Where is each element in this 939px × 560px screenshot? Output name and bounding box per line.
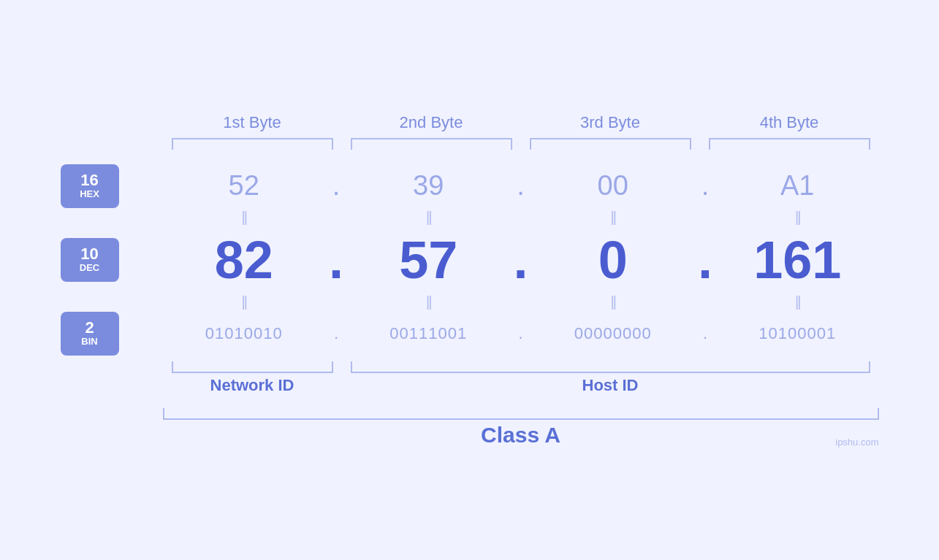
hex-byte-4: A1: [716, 167, 879, 204]
dec-dot-1: .: [325, 230, 347, 290]
bin-byte-2: 00111001: [347, 321, 510, 346]
class-bracket-row: [61, 408, 879, 420]
bin-byte-3: 00000000: [532, 321, 695, 346]
dec-byte-1: 82: [163, 227, 326, 293]
equals-2: ||: [347, 210, 510, 224]
bin-base-num: 2: [85, 319, 94, 337]
dec-badge: 10 DEC: [61, 238, 119, 282]
host-bracket-wrapper: [342, 361, 879, 373]
equals-8: ||: [716, 294, 879, 309]
network-id-label: Network ID: [163, 376, 342, 395]
dec-base-name: DEC: [80, 263, 99, 273]
hex-base-name: HEX: [80, 189, 99, 199]
watermark: ipshu.com: [835, 437, 878, 448]
bracket-byte-1: [172, 138, 333, 150]
byte-header-4: 4th Byte: [700, 113, 879, 138]
byte-header-2: 2nd Byte: [342, 113, 521, 138]
id-label-row: Network ID Host ID: [61, 376, 879, 395]
dec-dot-2: .: [510, 230, 532, 290]
hex-row: 16 HEX 52 . 39 . 00 . A1: [61, 164, 879, 208]
byte-header-3: 3rd Byte: [521, 113, 700, 138]
dec-row: 10 DEC 82 . 57 . 0 . 161: [61, 227, 879, 293]
bin-row: 2 BIN 01010010 . 00111001 . 00000000 . 1…: [61, 312, 879, 356]
host-id-label: Host ID: [342, 376, 879, 395]
equals-row-1: || || || ||: [61, 210, 879, 224]
class-bracket: [163, 408, 879, 420]
equals-row-2: || || || ||: [61, 294, 879, 309]
hex-byte-2: 39: [347, 167, 510, 204]
hex-byte-3: 00: [532, 167, 695, 204]
equals-6: ||: [347, 294, 510, 309]
byte-headers-row: 1st Byte 2nd Byte 3rd Byte 4th Byte: [61, 113, 879, 138]
bottom-bracket-row: [61, 361, 879, 373]
dec-byte-2: 57: [347, 227, 510, 293]
bin-base-name: BIN: [81, 337, 97, 347]
top-bracket-row: [61, 138, 879, 150]
hex-dot-3: .: [694, 170, 716, 202]
host-bracket: [351, 361, 870, 373]
dec-base-num: 10: [80, 245, 98, 263]
hex-dot-2: .: [510, 170, 532, 202]
dec-byte-3: 0: [532, 227, 695, 293]
equals-7: ||: [532, 294, 695, 309]
bin-dot-3: .: [694, 324, 716, 343]
dec-byte-4: 161: [716, 227, 879, 293]
equals-4: ||: [716, 210, 879, 224]
hex-base-num: 16: [80, 172, 98, 189]
equals-1: ||: [163, 210, 326, 224]
hex-byte-1: 52: [163, 167, 326, 204]
hex-dot-1: .: [325, 170, 347, 202]
main-container: 1st Byte 2nd Byte 3rd Byte 4th Byte 16 H…: [31, 99, 908, 462]
bin-byte-4: 10100001: [716, 321, 879, 346]
bin-byte-1: 01010010: [163, 321, 326, 346]
bracket-byte-3: [530, 138, 691, 150]
network-bracket: [172, 361, 333, 373]
bin-badge: 2 BIN: [61, 312, 119, 356]
dec-dot-3: .: [694, 230, 716, 290]
hex-badge: 16 HEX: [61, 164, 119, 208]
bin-dot-1: .: [325, 324, 347, 343]
class-label: Class A: [163, 423, 879, 448]
equals-3: ||: [532, 210, 695, 224]
byte-header-1: 1st Byte: [163, 113, 342, 138]
class-label-row: Class A ipshu.com: [61, 423, 879, 448]
bin-dot-2: .: [510, 324, 532, 343]
bracket-byte-4: [709, 138, 870, 150]
equals-5: ||: [163, 294, 326, 309]
bracket-byte-2: [351, 138, 512, 150]
